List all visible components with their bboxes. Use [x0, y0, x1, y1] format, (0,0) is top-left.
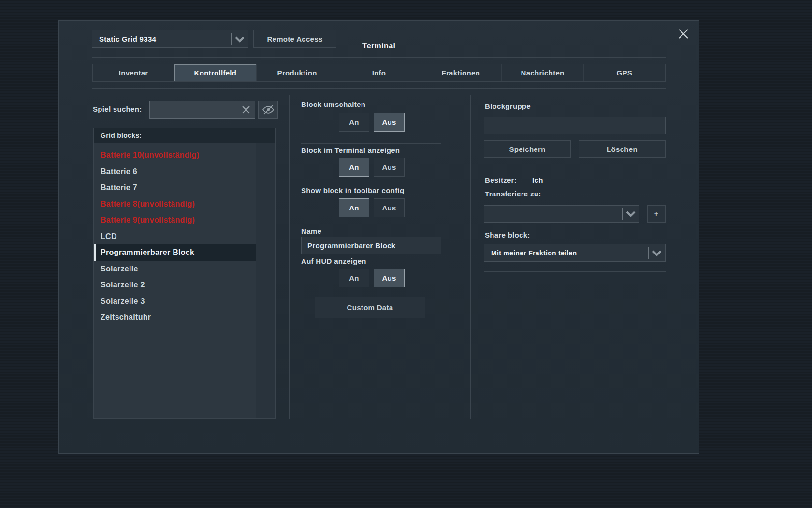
- grid-block-label: Solarzelle: [101, 265, 138, 273]
- tab-label: Nachrichten: [521, 69, 565, 77]
- tab-label: Fraktionen: [441, 69, 480, 77]
- divider: [301, 143, 441, 144]
- search-label: Spiel suchen:: [93, 105, 142, 114]
- tab[interactable]: Nachrichten: [502, 64, 583, 81]
- divider: [484, 271, 666, 272]
- block-group-label: Blockgruppe: [485, 102, 531, 111]
- divider: [289, 95, 290, 419]
- grid-block-label: Programmierbarer Block: [101, 248, 194, 256]
- grid-block-item[interactable]: Batterie 8(unvollständig): [94, 196, 256, 212]
- divider: [92, 57, 666, 58]
- eye-slash-icon: [262, 105, 275, 115]
- grid-block-label: Batterie 10(unvollständig): [101, 151, 199, 159]
- search-input[interactable]: [149, 101, 255, 119]
- grid-block-label: Solarzelle 2: [101, 281, 145, 289]
- grid-block-item[interactable]: Programmierbarer Block: [94, 244, 256, 261]
- grid-blocks-items: Batterie 10(unvollständig) Batterie 6 Ba…: [94, 143, 256, 418]
- name-label: Name: [301, 227, 321, 236]
- grid-block-item[interactable]: Batterie 9(unvollständig): [94, 212, 256, 228]
- block-name-value: Programmierbarer Block: [307, 241, 396, 250]
- tab-label: Kontrollfeld: [194, 69, 237, 77]
- save-group-button[interactable]: Speichern: [484, 140, 571, 158]
- tab-label: Inventar: [119, 69, 148, 77]
- grid-block-item[interactable]: Batterie 7: [94, 179, 256, 196]
- tab[interactable]: GPS: [584, 64, 665, 81]
- block-off-button[interactable]: Aus: [374, 113, 405, 132]
- show-in-terminal-label: Block im Terminal anzeigen: [301, 146, 400, 155]
- hud-on-button[interactable]: An: [339, 269, 369, 287]
- terminal-off-button[interactable]: Aus: [374, 158, 405, 177]
- list-scrollbar[interactable]: [256, 143, 276, 418]
- tab[interactable]: Kontrollfeld: [174, 64, 256, 81]
- grid-blocks-list: Batterie 10(unvollständig) Batterie 6 Ba…: [93, 143, 276, 419]
- grid-block-label: Solarzelle 3: [101, 297, 145, 305]
- add-transfer-target-button[interactable]: +: [647, 205, 666, 223]
- tab-label: GPS: [617, 69, 633, 77]
- owner-row: Besitzer: Ich: [485, 176, 543, 185]
- terminal-on-button[interactable]: An: [339, 158, 369, 177]
- tab-bar: Inventar Kontrollfeld Produktion Info Fr…: [92, 64, 666, 82]
- owner-value: Ich: [532, 176, 543, 185]
- chevron-down-icon: [623, 210, 639, 217]
- grid-block-item[interactable]: Batterie 6: [94, 164, 256, 180]
- grid-block-item[interactable]: Solarzelle 2: [94, 277, 256, 293]
- toolbar-on-button[interactable]: An: [339, 198, 369, 217]
- grid-block-label: Batterie 8(unvollständig): [101, 200, 195, 208]
- toggle-block-label: Block umschalten: [301, 100, 365, 109]
- hud-off-button[interactable]: Aus: [374, 269, 405, 287]
- owner-label: Besitzer:: [485, 176, 517, 185]
- transfer-to-label: Transferiere zu:: [485, 190, 541, 198]
- grid-block-item[interactable]: Zeitschaltuhr: [94, 309, 256, 326]
- grid-block-item[interactable]: Solarzelle: [94, 261, 256, 277]
- divider: [484, 168, 666, 168]
- delete-group-button[interactable]: Löschen: [579, 140, 666, 158]
- grid-block-label: Batterie 7: [101, 183, 137, 192]
- tab[interactable]: Info: [338, 64, 420, 81]
- share-block-dropdown[interactable]: Mit meiner Fraktion teilen: [484, 244, 666, 262]
- block-on-button[interactable]: An: [339, 113, 369, 132]
- block-name-input[interactable]: Programmierbarer Block: [301, 237, 441, 254]
- divider: [453, 95, 453, 419]
- tab-label: Info: [372, 69, 386, 77]
- show-in-toolbar-label: Show block in toolbar config: [301, 186, 404, 195]
- toolbar-off-button[interactable]: Aus: [374, 198, 405, 217]
- transfer-to-dropdown[interactable]: [484, 205, 639, 223]
- grid-block-item[interactable]: Batterie 10(unvollständig): [94, 147, 256, 164]
- grid-block-item[interactable]: LCD: [94, 228, 256, 245]
- list-title: Grid blocks:: [93, 128, 276, 143]
- terminal-dialog: Static Grid 9334 Remote Access Terminal …: [58, 20, 699, 454]
- close-button[interactable]: [674, 24, 693, 44]
- tab[interactable]: Fraktionen: [420, 64, 502, 81]
- share-block-label: Share block:: [485, 231, 530, 239]
- share-block-value: Mit meiner Fraktion teilen: [484, 249, 648, 257]
- chevron-down-icon: [649, 250, 665, 256]
- grid-block-label: LCD: [101, 232, 117, 240]
- toggle-hidden-blocks-button[interactable]: [258, 101, 278, 119]
- list-title-text: Grid blocks:: [101, 132, 142, 139]
- tab[interactable]: Produktion: [257, 64, 338, 81]
- show-on-hud-label: Auf HUD anzeigen: [301, 257, 366, 266]
- tab[interactable]: Inventar: [93, 64, 174, 81]
- divider: [92, 88, 666, 89]
- game-screen: Static Grid 9334 Remote Access Terminal …: [0, 0, 812, 508]
- text-caret: [155, 105, 155, 115]
- custom-data-button[interactable]: Custom Data: [315, 297, 425, 318]
- block-group-input[interactable]: [484, 117, 666, 134]
- grid-block-label: Zeitschaltuhr: [101, 313, 151, 321]
- page-title: Terminal: [59, 42, 699, 50]
- close-icon: [677, 28, 690, 40]
- grid-block-item[interactable]: Solarzelle 3: [94, 293, 256, 310]
- grid-block-label: Batterie 9(unvollständig): [101, 216, 195, 224]
- grid-block-label: Batterie 6: [101, 167, 137, 176]
- clear-search-button[interactable]: [241, 105, 251, 115]
- divider: [470, 95, 471, 419]
- divider: [92, 433, 666, 433]
- tab-label: Produktion: [277, 69, 317, 77]
